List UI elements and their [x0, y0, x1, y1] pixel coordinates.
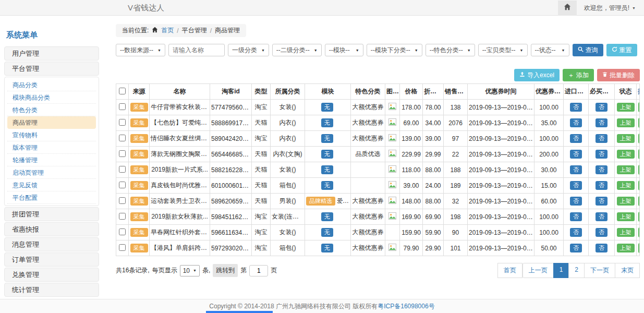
sidebar-group-item[interactable]: 平台管理: [4, 62, 99, 76]
must-buy-toggle[interactable]: 否: [596, 197, 607, 206]
sidebar-group-item[interactable]: 兑换管理: [4, 268, 99, 282]
sidebar-group-item[interactable]: 拼团管理: [4, 207, 99, 221]
page-number-input[interactable]: [249, 265, 268, 276]
imported-toggle[interactable]: 否: [570, 212, 582, 221]
sidebar-group-item[interactable]: 统计管理: [4, 283, 99, 297]
page-button[interactable]: 2: [568, 263, 585, 278]
imported-toggle[interactable]: 否: [570, 165, 582, 174]
status-badge[interactable]: 上架: [617, 228, 635, 237]
row-checkbox[interactable]: [119, 166, 126, 173]
row-checkbox[interactable]: [119, 150, 126, 157]
imported-toggle[interactable]: 否: [570, 103, 582, 112]
status-badge[interactable]: 上架: [617, 181, 635, 190]
sidebar-sub-item[interactable]: 轮播管理: [7, 154, 96, 166]
imported-toggle[interactable]: 否: [570, 197, 582, 206]
filter-select[interactable]: --模块下分类-- ▼: [367, 44, 422, 56]
edit-button[interactable]: [638, 134, 640, 143]
edit-button[interactable]: [638, 149, 640, 159]
imported-toggle[interactable]: 否: [570, 181, 582, 190]
edit-button[interactable]: [638, 243, 640, 253]
sidebar-sub-item[interactable]: 平台配置: [7, 191, 96, 204]
imported-toggle[interactable]: 否: [570, 118, 582, 127]
sidebar-sub-item[interactable]: 特色分类: [7, 104, 96, 116]
row-checkbox[interactable]: [119, 244, 126, 251]
filter-select[interactable]: --宝贝类型-- ▼: [478, 44, 528, 56]
jump-button[interactable]: 跳转到: [213, 264, 238, 277]
edit-button[interactable]: [638, 212, 640, 222]
select-all-checkbox[interactable]: [119, 88, 126, 94]
must-buy-toggle[interactable]: 否: [596, 165, 607, 174]
must-buy-toggle[interactable]: 否: [596, 181, 607, 190]
sidebar-group-item[interactable]: 消息管理: [4, 237, 99, 251]
reset-button[interactable]: 重置: [606, 44, 637, 56]
sidebar-sub-item[interactable]: 商品管理: [7, 116, 96, 129]
must-buy-toggle[interactable]: 否: [596, 212, 607, 221]
must-buy-toggle[interactable]: 否: [596, 244, 607, 252]
sidebar-sub-item[interactable]: 商品分类: [7, 79, 96, 91]
row-checkbox[interactable]: [119, 197, 126, 204]
module-cell: 无: [305, 131, 351, 147]
status-badge[interactable]: 上架: [617, 244, 635, 252]
status-badge[interactable]: 上架: [617, 118, 635, 127]
sidebar-sub-item[interactable]: 模块商品分类: [7, 91, 96, 104]
must-buy-toggle[interactable]: 否: [596, 103, 607, 112]
edit-button[interactable]: [638, 180, 640, 190]
filter-select[interactable]: --状态-- ▼: [531, 44, 569, 56]
bulk-delete-button[interactable]: 批量删除: [597, 69, 640, 81]
imported-toggle[interactable]: 否: [570, 150, 582, 159]
sidebar-group-item[interactable]: 用户管理: [4, 46, 99, 61]
row-checkbox[interactable]: [119, 228, 126, 235]
status-badge[interactable]: 上架: [617, 212, 635, 221]
per-page-select[interactable]: 10 ▼: [180, 265, 200, 276]
status-badge[interactable]: 上架: [617, 134, 635, 143]
add-button[interactable]: ＋ 添加: [563, 69, 594, 81]
edit-button[interactable]: [638, 165, 640, 175]
status-badge[interactable]: 上架: [617, 165, 635, 174]
status-badge[interactable]: 上架: [617, 197, 635, 206]
filter-select[interactable]: --二级分类-- ▼: [272, 44, 322, 56]
row-checkbox[interactable]: [119, 213, 126, 220]
search-button[interactable]: 查询: [573, 44, 603, 56]
edit-button[interactable]: [638, 118, 640, 128]
page-button[interactable]: 下一页: [584, 263, 615, 278]
row-checkbox[interactable]: [119, 119, 126, 126]
source-badge: 采集: [130, 118, 148, 127]
sidebar-sub-item[interactable]: 启动页管理: [7, 166, 96, 179]
sidebar-sub-item[interactable]: 宣传物料: [7, 129, 96, 141]
edit-button[interactable]: [638, 102, 640, 112]
row-checkbox[interactable]: [119, 103, 126, 110]
sidebar-sub-item[interactable]: 版本管理: [7, 141, 96, 154]
breadcrumb-home-link[interactable]: 首页: [161, 26, 174, 35]
filter-select[interactable]: 一级分类 ▼: [228, 44, 269, 56]
row-checkbox[interactable]: [119, 135, 126, 141]
import-excel-button[interactable]: 导入excel: [514, 69, 560, 81]
home-button[interactable]: [558, 1, 577, 16]
must-buy-toggle[interactable]: 否: [596, 150, 607, 159]
page-button[interactable]: 首页: [497, 263, 523, 278]
must-buy-toggle[interactable]: 否: [596, 118, 607, 127]
must-buy-toggle[interactable]: 否: [596, 228, 607, 237]
imported-toggle[interactable]: 否: [570, 228, 582, 237]
page-button[interactable]: 末页: [615, 263, 640, 278]
data-source-select[interactable]: --数据来源-- ▼: [116, 44, 165, 56]
filter-select[interactable]: --模块-- ▼: [325, 44, 363, 56]
status-badge[interactable]: 上架: [617, 103, 635, 112]
user-dropdown[interactable]: 欢迎您，管理员! ▼: [584, 4, 636, 13]
row-checkbox[interactable]: [119, 182, 126, 188]
imported-toggle[interactable]: 否: [570, 244, 582, 252]
sidebar-group-item[interactable]: 省惠快报: [4, 222, 99, 236]
page-button[interactable]: 上一页: [523, 263, 554, 278]
icp-link[interactable]: 粤ICP备16098006号: [378, 302, 434, 311]
imported-toggle[interactable]: 否: [570, 134, 582, 143]
scrollbar-thumb[interactable]: [206, 311, 273, 313]
name-search-input[interactable]: [168, 44, 225, 56]
page-button[interactable]: 1: [553, 263, 569, 278]
filter-select[interactable]: --特色分类-- ▼: [426, 44, 475, 56]
edit-button[interactable]: [638, 227, 640, 237]
edit-button[interactable]: [638, 196, 640, 206]
status-badge[interactable]: 上架: [617, 150, 635, 159]
breadcrumb-item-platform[interactable]: 平台管理: [182, 26, 207, 35]
sidebar-group-item[interactable]: 订单管理: [4, 252, 99, 267]
sidebar-sub-item[interactable]: 意见反馈: [7, 179, 96, 191]
must-buy-toggle[interactable]: 否: [596, 134, 607, 143]
